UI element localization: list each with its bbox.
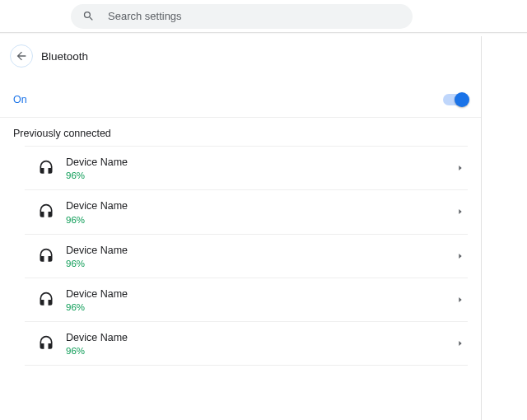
device-text: Device Name 96% [66, 199, 456, 224]
device-row[interactable]: Device Name 96% [25, 322, 468, 366]
chevron-right-icon [456, 164, 464, 172]
device-detail-button[interactable] [456, 292, 464, 307]
divider-right [481, 36, 482, 420]
chevron-right-icon [456, 339, 464, 348]
search-icon [82, 10, 95, 22]
device-text: Device Name 96% [66, 156, 456, 180]
bluetooth-toggle[interactable] [443, 94, 468, 105]
bluetooth-status-row: On [0, 76, 481, 118]
bluetooth-toggle-thumb [455, 92, 469, 107]
device-row[interactable]: Device Name 96% [25, 235, 468, 278]
device-text: Device Name 96% [66, 331, 456, 356]
device-battery: 96% [66, 215, 456, 225]
device-battery: 96% [66, 346, 456, 356]
device-text: Device Name 96% [66, 244, 456, 268]
device-name: Device Name [66, 156, 456, 169]
device-row[interactable]: Device Name 96% [25, 146, 468, 190]
back-button[interactable] [10, 44, 33, 68]
device-name: Device Name [66, 199, 456, 212]
device-list: Device Name 96% Device Name 96% Device N… [0, 146, 481, 366]
headset-icon [38, 335, 54, 352]
device-detail-button[interactable] [456, 161, 464, 175]
headset-icon [38, 203, 54, 220]
bluetooth-status-label: On [13, 94, 27, 105]
headset-icon [38, 292, 54, 308]
page-header: Bluetooth [0, 33, 527, 76]
content: On Previously connected Device Name 96% … [0, 76, 481, 382]
device-battery: 96% [66, 259, 456, 268]
headset-icon [38, 160, 54, 176]
device-detail-button[interactable] [456, 204, 464, 219]
search-input[interactable] [108, 10, 401, 22]
device-battery: 96% [66, 170, 456, 180]
device-row[interactable]: Device Name 96% [25, 278, 468, 322]
device-battery: 96% [66, 302, 456, 312]
device-detail-button[interactable] [456, 336, 464, 351]
device-name: Device Name [66, 331, 456, 344]
device-detail-button[interactable] [456, 249, 464, 264]
device-name: Device Name [66, 287, 456, 301]
device-text: Device Name 96% [66, 287, 456, 312]
chevron-right-icon [456, 208, 464, 216]
headset-icon [38, 248, 54, 264]
search-box[interactable] [71, 4, 413, 29]
arrow-back-icon [15, 49, 28, 63]
device-row[interactable]: Device Name 96% [25, 190, 468, 234]
chevron-right-icon [456, 252, 464, 260]
topbar [0, 0, 527, 33]
device-name: Device Name [66, 244, 456, 257]
chevron-right-icon [456, 296, 464, 304]
previously-connected-heading: Previously connected [0, 118, 481, 146]
page-title: Bluetooth [41, 50, 88, 63]
